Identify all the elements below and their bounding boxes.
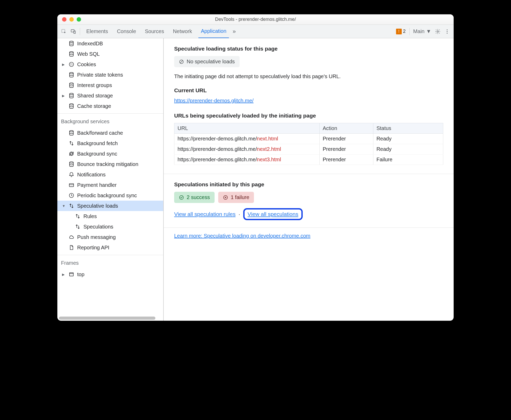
action-cell: Prerender xyxy=(319,144,373,155)
sidebar-item-cache storage[interactable]: Cache storage xyxy=(57,101,163,111)
status-cell: Failure xyxy=(373,155,443,165)
sidebar-item-label: Shared storage xyxy=(77,93,113,99)
sidebar-item-background sync[interactable]: Background sync xyxy=(57,149,163,159)
tab-elements[interactable]: Elements xyxy=(84,25,111,38)
view-all-rules-link[interactable]: View all speculation rules xyxy=(174,211,235,217)
sidebar-item-periodic background sync[interactable]: Periodic background sync xyxy=(57,190,163,201)
sidebar-item-label: Web SQL xyxy=(77,51,100,57)
sidebar-item-notifications[interactable]: Notifications xyxy=(57,169,163,180)
sidebar-item-push messaging[interactable]: Push messaging xyxy=(57,232,163,242)
table-header[interactable]: Action xyxy=(319,123,373,134)
sidebar-item-speculative loads[interactable]: ▼Speculative loads xyxy=(57,201,163,211)
expand-arrow-icon[interactable]: ▼ xyxy=(62,204,66,208)
sidebar-item-speculations[interactable]: Speculations xyxy=(57,221,163,232)
doc-icon xyxy=(68,244,75,251)
clock-icon xyxy=(68,192,75,199)
tab-sources[interactable]: Sources xyxy=(142,25,167,38)
table-row[interactable]: https://prerender-demos.glitch.me/next3.… xyxy=(174,155,443,165)
no-loads-icon xyxy=(179,59,184,64)
device-toggle-icon[interactable] xyxy=(70,29,76,34)
sidebar-item-back/forward cache[interactable]: Back/forward cache xyxy=(57,128,163,138)
warnings-indicator[interactable]: ! 2 xyxy=(396,29,406,34)
expand-arrow-icon[interactable]: ▶ xyxy=(62,94,66,98)
tab-network[interactable]: Network xyxy=(170,25,194,38)
sidebar-item-label: Push messaging xyxy=(77,234,116,240)
sidebar-item-label: Background fetch xyxy=(77,140,118,146)
window-title: DevTools - prerender-demos.glitch.me/ xyxy=(215,17,296,22)
expand-arrow-icon[interactable]: ▶ xyxy=(62,273,66,276)
sidebar-item-indexeddb[interactable]: IndexedDB xyxy=(57,38,163,49)
action-cell: Prerender xyxy=(319,134,373,144)
sidebar-item-reporting api[interactable]: Reporting API xyxy=(57,242,163,253)
speculative-loads-panel[interactable]: Speculative loading status for this page… xyxy=(164,38,454,321)
sidebar-item-bounce tracking mitigation[interactable]: Bounce tracking mitigation xyxy=(57,159,163,169)
status-chip-label: No speculative loads xyxy=(187,59,235,65)
application-sidebar[interactable]: IndexedDBWeb SQL▶CookiesPrivate state to… xyxy=(57,38,164,321)
sidebar-item-private state tokens[interactable]: Private state tokens xyxy=(57,70,163,80)
view-all-speculations-link[interactable]: View all speculations xyxy=(248,211,299,217)
updown-icon xyxy=(68,140,75,146)
table-header[interactable]: Status xyxy=(373,123,443,134)
sidebar-item-label: Speculations xyxy=(83,224,113,230)
expand-arrow-icon[interactable]: ▶ xyxy=(62,63,66,66)
sidebar-item-label: Back/forward cache xyxy=(77,130,123,136)
separator-dot: · xyxy=(237,211,243,217)
check-icon xyxy=(179,195,184,200)
sidebar-item-label: Private state tokens xyxy=(77,72,123,78)
db-icon xyxy=(68,51,75,57)
sidebar-item-background fetch[interactable]: Background fetch xyxy=(57,138,163,149)
titlebar: DevTools - prerender-demos.glitch.me/ xyxy=(57,14,454,25)
window-icon xyxy=(68,271,75,277)
context-selector[interactable]: Main ▼ xyxy=(413,28,431,34)
sidebar-item-cookies[interactable]: ▶Cookies xyxy=(57,59,163,70)
status-cell: Ready xyxy=(373,134,443,144)
card-icon xyxy=(68,182,75,188)
sidebar-item-label: Rules xyxy=(83,213,97,219)
tab-application[interactable]: Application xyxy=(198,25,229,38)
db-icon xyxy=(68,103,75,109)
table-header[interactable]: URL xyxy=(174,123,320,134)
more-icon[interactable] xyxy=(444,29,450,34)
sidebar-item-payment handler[interactable]: Payment handler xyxy=(57,180,163,190)
minimize-window[interactable] xyxy=(69,17,74,22)
db-icon xyxy=(68,72,75,78)
table-row[interactable]: https://prerender-demos.glitch.me/next2.… xyxy=(174,144,443,155)
status-description: The initiating page did not attempt to s… xyxy=(174,73,443,79)
db-icon xyxy=(68,161,75,167)
updown-icon xyxy=(75,213,81,219)
table-row[interactable]: https://prerender-demos.glitch.me/next.h… xyxy=(174,134,443,144)
status-heading: Speculative loading status for this page xyxy=(174,46,443,52)
zoom-window[interactable] xyxy=(77,17,81,22)
sidebar-section-background-services: Background services xyxy=(57,115,163,128)
updown-icon xyxy=(68,203,75,209)
failure-chip: 1 failure xyxy=(218,192,254,203)
sidebar-item-label: Cookies xyxy=(77,61,96,67)
highlighted-link-box: View all speculations xyxy=(243,208,303,220)
sidebar-item-label: Interest groups xyxy=(77,82,112,88)
current-url-link[interactable]: https://prerender-demos.glitch.me/ xyxy=(174,98,254,103)
sidebar-item-label: Bounce tracking mitigation xyxy=(77,161,138,167)
close-window[interactable] xyxy=(62,17,66,22)
learn-more-link[interactable]: Learn more: Speculative loading on devel… xyxy=(174,233,311,239)
toolbar-divider xyxy=(409,28,410,35)
speculative-urls-table: URLActionStatus https://prerender-demos.… xyxy=(174,123,443,165)
sidebar-item-rules[interactable]: Rules xyxy=(57,211,163,221)
sidebar-item-web sql[interactable]: Web SQL xyxy=(57,49,163,59)
db-icon xyxy=(68,92,75,99)
db-icon xyxy=(68,40,75,47)
sidebar-item-frame-top[interactable]: ▶top xyxy=(57,269,163,280)
sidebar-item-interest groups[interactable]: Interest groups xyxy=(57,80,163,90)
tab-console[interactable]: Console xyxy=(114,25,138,38)
success-chip: 2 success xyxy=(174,192,215,203)
cookie-icon xyxy=(68,61,75,67)
horizontal-scrollbar[interactable] xyxy=(59,317,155,320)
sidebar-item-shared storage[interactable]: ▶Shared storage xyxy=(57,90,163,101)
sidebar-item-label: Notifications xyxy=(77,172,106,178)
sidebar-item-label: Periodic background sync xyxy=(77,193,137,199)
sidebar-item-label: IndexedDB xyxy=(77,41,103,47)
inspect-icon[interactable] xyxy=(61,29,67,34)
status-cell: Ready xyxy=(373,144,443,155)
tabs-overflow-icon[interactable]: » xyxy=(233,28,236,35)
traffic-lights xyxy=(62,17,81,22)
settings-icon[interactable] xyxy=(435,29,441,34)
